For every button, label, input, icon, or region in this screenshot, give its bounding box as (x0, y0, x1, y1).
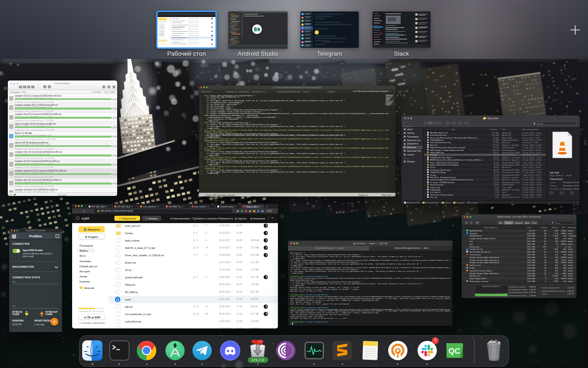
svg-text:QC: QC (448, 347, 460, 356)
